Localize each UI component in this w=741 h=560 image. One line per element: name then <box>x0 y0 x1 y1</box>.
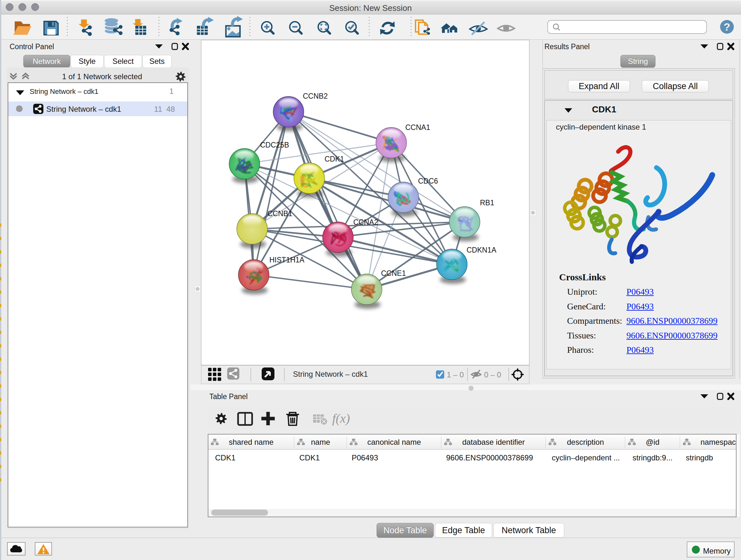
svg-text:CCNA1: CCNA1 <box>405 123 430 132</box>
svg-text:HIST1H1A: HIST1H1A <box>269 256 305 264</box>
svg-text:CDC6: CDC6 <box>418 177 438 185</box>
svg-text:CCNB2: CCNB2 <box>303 92 328 100</box>
svg-text:CCNE1: CCNE1 <box>381 269 406 277</box>
svg-text:f(x): f(x) <box>332 411 350 426</box>
svg-text:CCNB1: CCNB1 <box>267 209 292 218</box>
svg-text:CDK1: CDK1 <box>325 155 344 163</box>
svg-text:CDKN1A: CDKN1A <box>467 246 496 254</box>
svg-text:?: ? <box>724 21 731 33</box>
svg-text:CCNA2: CCNA2 <box>353 218 378 226</box>
svg-text:RB1: RB1 <box>480 199 494 207</box>
svg-text:CDC25B: CDC25B <box>260 141 289 149</box>
